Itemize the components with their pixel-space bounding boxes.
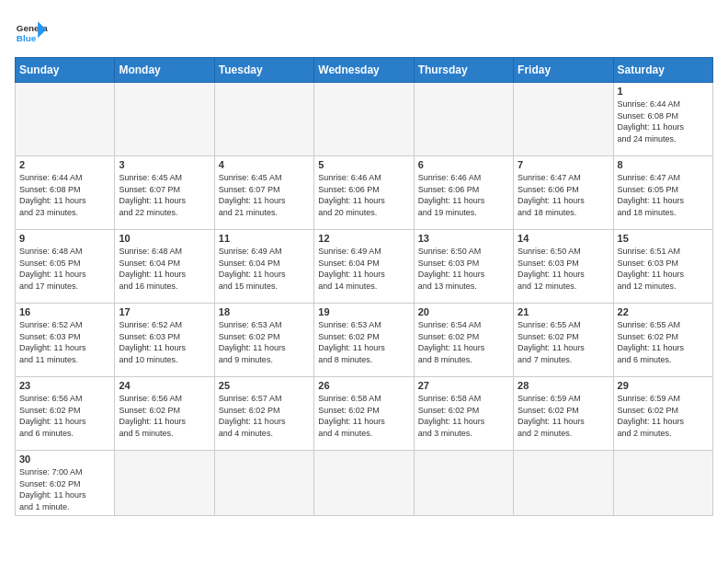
calendar-week-row: 30Sunrise: 7:00 AM Sunset: 6:02 PM Dayli… (16, 451, 713, 516)
calendar-week-row: 16Sunrise: 6:52 AM Sunset: 6:03 PM Dayli… (16, 304, 713, 377)
day-info: Sunrise: 6:55 AM Sunset: 6:02 PM Dayligh… (618, 319, 709, 365)
day-number: 15 (618, 233, 709, 244)
day-number: 3 (119, 159, 210, 170)
day-info: Sunrise: 6:48 AM Sunset: 6:04 PM Dayligh… (119, 246, 210, 292)
day-number: 24 (119, 380, 210, 391)
day-number: 6 (418, 159, 509, 170)
calendar-week-row: 23Sunrise: 6:56 AM Sunset: 6:02 PM Dayli… (16, 377, 713, 451)
calendar-day-cell: 29Sunrise: 6:59 AM Sunset: 6:02 PM Dayli… (613, 377, 712, 451)
calendar-week-row: 1Sunrise: 6:44 AM Sunset: 6:08 PM Daylig… (16, 83, 713, 156)
day-number: 22 (618, 306, 709, 317)
day-info: Sunrise: 6:58 AM Sunset: 6:02 PM Dayligh… (418, 393, 509, 439)
day-number: 14 (518, 233, 609, 244)
calendar-day-cell (414, 83, 513, 156)
day-info: Sunrise: 6:47 AM Sunset: 6:05 PM Dayligh… (618, 172, 709, 218)
weekday-header: Thursday (414, 58, 513, 83)
day-info: Sunrise: 6:50 AM Sunset: 6:03 PM Dayligh… (418, 246, 509, 292)
day-info: Sunrise: 6:58 AM Sunset: 6:02 PM Dayligh… (318, 393, 409, 439)
calendar-day-cell: 19Sunrise: 6:53 AM Sunset: 6:02 PM Dayli… (314, 304, 414, 377)
day-number: 12 (318, 233, 409, 244)
day-info: Sunrise: 6:56 AM Sunset: 6:02 PM Dayligh… (119, 393, 210, 439)
calendar-day-cell (214, 451, 313, 516)
day-number: 29 (618, 380, 709, 391)
calendar-day-cell: 1Sunrise: 6:44 AM Sunset: 6:08 PM Daylig… (613, 83, 712, 156)
calendar-day-cell: 17Sunrise: 6:52 AM Sunset: 6:03 PM Dayli… (115, 304, 214, 377)
calendar-day-cell: 13Sunrise: 6:50 AM Sunset: 6:03 PM Dayli… (414, 230, 513, 304)
day-info: Sunrise: 6:59 AM Sunset: 6:02 PM Dayligh… (618, 393, 709, 439)
day-info: Sunrise: 6:46 AM Sunset: 6:06 PM Dayligh… (418, 172, 509, 218)
calendar-day-cell (514, 83, 613, 156)
day-info: Sunrise: 6:47 AM Sunset: 6:06 PM Dayligh… (518, 172, 609, 218)
day-info: Sunrise: 6:53 AM Sunset: 6:02 PM Dayligh… (318, 319, 409, 365)
day-number: 30 (19, 454, 110, 465)
day-info: Sunrise: 6:54 AM Sunset: 6:02 PM Dayligh… (418, 319, 509, 365)
day-number: 1 (618, 86, 709, 97)
day-number: 5 (318, 159, 409, 170)
day-info: Sunrise: 6:44 AM Sunset: 6:08 PM Dayligh… (19, 172, 110, 218)
calendar-day-cell (214, 83, 313, 156)
calendar-day-cell: 18Sunrise: 6:53 AM Sunset: 6:02 PM Dayli… (214, 304, 313, 377)
day-info: Sunrise: 6:51 AM Sunset: 6:03 PM Dayligh… (618, 246, 709, 292)
day-info: Sunrise: 6:56 AM Sunset: 6:02 PM Dayligh… (19, 393, 110, 439)
day-info: Sunrise: 6:52 AM Sunset: 6:03 PM Dayligh… (19, 319, 110, 365)
calendar-day-cell: 23Sunrise: 6:56 AM Sunset: 6:02 PM Dayli… (16, 377, 115, 451)
day-number: 11 (219, 233, 310, 244)
calendar-day-cell (115, 83, 214, 156)
calendar-day-cell: 10Sunrise: 6:48 AM Sunset: 6:04 PM Dayli… (115, 230, 214, 304)
day-info: Sunrise: 6:49 AM Sunset: 6:04 PM Dayligh… (318, 246, 409, 292)
logo-icon: General Blue (15, 15, 48, 48)
day-info: Sunrise: 6:52 AM Sunset: 6:03 PM Dayligh… (119, 319, 210, 365)
calendar-day-cell: 24Sunrise: 6:56 AM Sunset: 6:02 PM Dayli… (115, 377, 214, 451)
calendar-day-cell: 5Sunrise: 6:46 AM Sunset: 6:06 PM Daylig… (314, 156, 414, 230)
calendar-day-cell: 4Sunrise: 6:45 AM Sunset: 6:07 PM Daylig… (214, 156, 313, 230)
day-info: Sunrise: 6:46 AM Sunset: 6:06 PM Dayligh… (318, 172, 409, 218)
day-info: Sunrise: 6:50 AM Sunset: 6:03 PM Dayligh… (518, 246, 609, 292)
weekday-header: Friday (514, 58, 613, 83)
calendar-week-row: 9Sunrise: 6:48 AM Sunset: 6:05 PM Daylig… (16, 230, 713, 304)
day-number: 20 (418, 306, 509, 317)
day-number: 25 (219, 380, 310, 391)
weekday-header: Monday (115, 58, 214, 83)
weekday-header: Saturday (613, 58, 712, 83)
calendar-day-cell: 15Sunrise: 6:51 AM Sunset: 6:03 PM Dayli… (613, 230, 712, 304)
calendar-day-cell: 11Sunrise: 6:49 AM Sunset: 6:04 PM Dayli… (214, 230, 313, 304)
day-number: 4 (219, 159, 310, 170)
calendar-day-cell (115, 451, 214, 516)
day-number: 19 (318, 306, 409, 317)
calendar-day-cell: 22Sunrise: 6:55 AM Sunset: 6:02 PM Dayli… (613, 304, 712, 377)
day-number: 16 (19, 306, 110, 317)
day-number: 23 (19, 380, 110, 391)
calendar-day-cell: 14Sunrise: 6:50 AM Sunset: 6:03 PM Dayli… (514, 230, 613, 304)
weekday-header: Tuesday (214, 58, 313, 83)
page-header: General Blue (15, 15, 713, 48)
weekday-header: Wednesday (314, 58, 414, 83)
day-number: 13 (418, 233, 509, 244)
day-number: 28 (518, 380, 609, 391)
calendar-day-cell (314, 83, 414, 156)
calendar-day-cell (414, 451, 513, 516)
day-info: Sunrise: 7:00 AM Sunset: 6:02 PM Dayligh… (19, 466, 110, 512)
calendar-day-cell: 27Sunrise: 6:58 AM Sunset: 6:02 PM Dayli… (414, 377, 513, 451)
calendar-day-cell: 2Sunrise: 6:44 AM Sunset: 6:08 PM Daylig… (16, 156, 115, 230)
calendar-day-cell: 25Sunrise: 6:57 AM Sunset: 6:02 PM Dayli… (214, 377, 313, 451)
calendar-day-cell (514, 451, 613, 516)
logo: General Blue (15, 15, 48, 48)
calendar-day-cell (16, 83, 115, 156)
day-number: 8 (618, 159, 709, 170)
calendar-day-cell: 28Sunrise: 6:59 AM Sunset: 6:02 PM Dayli… (514, 377, 613, 451)
day-number: 2 (19, 159, 110, 170)
day-info: Sunrise: 6:59 AM Sunset: 6:02 PM Dayligh… (518, 393, 609, 439)
day-info: Sunrise: 6:55 AM Sunset: 6:02 PM Dayligh… (518, 319, 609, 365)
calendar-week-row: 2Sunrise: 6:44 AM Sunset: 6:08 PM Daylig… (16, 156, 713, 230)
calendar-day-cell: 3Sunrise: 6:45 AM Sunset: 6:07 PM Daylig… (115, 156, 214, 230)
calendar-day-cell: 21Sunrise: 6:55 AM Sunset: 6:02 PM Dayli… (514, 304, 613, 377)
weekday-header-row: SundayMondayTuesdayWednesdayThursdayFrid… (16, 58, 713, 83)
day-info: Sunrise: 6:45 AM Sunset: 6:07 PM Dayligh… (119, 172, 210, 218)
calendar-day-cell (613, 451, 712, 516)
calendar-day-cell (314, 451, 414, 516)
day-info: Sunrise: 6:44 AM Sunset: 6:08 PM Dayligh… (618, 98, 709, 144)
day-info: Sunrise: 6:49 AM Sunset: 6:04 PM Dayligh… (219, 246, 310, 292)
calendar-day-cell: 16Sunrise: 6:52 AM Sunset: 6:03 PM Dayli… (16, 304, 115, 377)
calendar-day-cell: 8Sunrise: 6:47 AM Sunset: 6:05 PM Daylig… (613, 156, 712, 230)
calendar-day-cell: 30Sunrise: 7:00 AM Sunset: 6:02 PM Dayli… (16, 451, 115, 516)
